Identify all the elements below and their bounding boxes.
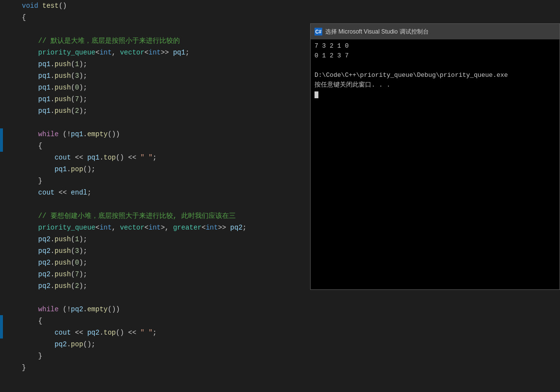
code-line-31: } xyxy=(22,350,555,362)
console-titlebar: C# 选择 Microsoft Visual Studio 调试控制台 xyxy=(311,24,560,39)
code-line-2: { xyxy=(22,12,555,23)
console-output-1: 7 3 2 1 0 xyxy=(315,41,556,51)
gutter-marker-1 xyxy=(0,128,3,152)
code-line-27: while (!pq2.empty()) xyxy=(22,303,555,315)
code-line-32: } xyxy=(22,362,555,374)
console-icon-text: C# xyxy=(315,29,322,35)
console-path: D:\Code\C++\priority_queue\Debug\priorit… xyxy=(315,71,556,80)
console-close-msg: 按任意键关闭此窗口. . . xyxy=(315,80,556,90)
cursor-blink xyxy=(315,91,318,98)
console-output-2: 0 1 2 3 7 xyxy=(315,51,556,61)
gutter-marker-2 xyxy=(0,315,3,339)
code-line-29: cout << pq2.top() << " "; xyxy=(22,327,555,339)
console-body: 7 3 2 1 0 0 1 2 3 7 D:\Code\C++\priority… xyxy=(311,39,560,289)
console-icon: C# xyxy=(315,28,322,36)
console-output-blank xyxy=(315,61,556,71)
code-line-1: void test() xyxy=(22,0,555,12)
code-line-30: pq2.pop(); xyxy=(22,339,555,350)
console-title: 选择 Microsoft Visual Studio 调试控制台 xyxy=(325,28,429,36)
console-window[interactable]: C# 选择 Microsoft Visual Studio 调试控制台 7 3 … xyxy=(310,23,560,290)
code-line-28: { xyxy=(22,315,555,327)
code-line-26 xyxy=(22,292,555,303)
console-cursor xyxy=(315,90,556,100)
